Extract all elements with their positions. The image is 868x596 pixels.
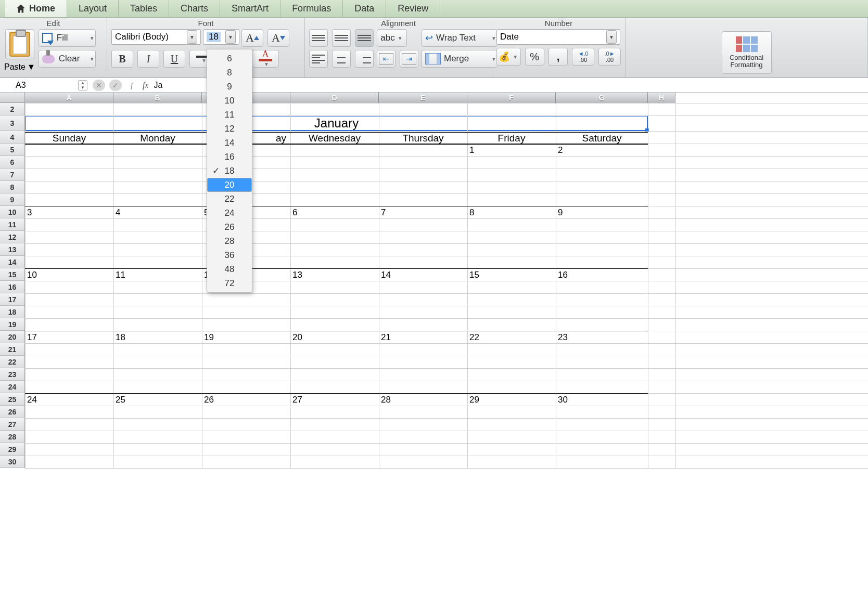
calendar-cell[interactable]: 9: [556, 206, 648, 268]
currency-button[interactable]: 💰▼: [496, 48, 521, 66]
row-header-12[interactable]: 12: [0, 231, 25, 243]
calendar-cell[interactable]: 13: [290, 268, 379, 331]
name-box[interactable]: A3: [0, 81, 78, 90]
comma-button[interactable]: ,: [548, 48, 568, 66]
calendar-cell[interactable]: 7: [379, 206, 467, 268]
row-header-18[interactable]: 18: [0, 306, 25, 318]
row-header-21[interactable]: 21: [0, 343, 25, 356]
wrap-text-button[interactable]: ↩ Wrap Text ▼: [422, 29, 497, 47]
row-header-24[interactable]: 24: [0, 381, 25, 393]
grow-font-button[interactable]: A: [241, 29, 263, 47]
align-left-button[interactable]: [309, 50, 328, 68]
chevron-down-icon[interactable]: ▼: [79, 85, 87, 90]
row-header-10[interactable]: 10: [0, 206, 25, 218]
font-color-button[interactable]: A ▼: [252, 50, 279, 68]
row-header-14[interactable]: 14: [0, 256, 25, 268]
font-size-option-20[interactable]: 20: [207, 178, 252, 192]
font-size-option-48[interactable]: 48: [207, 262, 252, 276]
calendar-cell[interactable]: 22: [467, 331, 556, 393]
row-header-16[interactable]: 16: [0, 281, 25, 293]
font-size-option-18[interactable]: 18: [207, 164, 252, 178]
font-size-option-6[interactable]: 6: [207, 51, 252, 66]
calendar-cell[interactable]: 4: [113, 206, 202, 268]
align-right-button[interactable]: [355, 50, 374, 68]
row-header-8[interactable]: 8: [0, 181, 25, 193]
calendar-cell[interactable]: [113, 144, 202, 206]
calendar-day-header[interactable]: Thursday: [379, 132, 467, 145]
align-bottom-button[interactable]: [355, 29, 374, 47]
cancel-formula-button[interactable]: ✕: [93, 80, 105, 91]
row-header-6[interactable]: 6: [0, 156, 25, 169]
row-header-29[interactable]: 29: [0, 443, 25, 456]
decrease-decimal-button[interactable]: .0►.00: [598, 48, 621, 66]
tab-home[interactable]: Home: [5, 0, 67, 17]
calendar-cell[interactable]: 25: [113, 393, 202, 456]
row-header-13[interactable]: 13: [0, 243, 25, 256]
font-size-option-36[interactable]: 36: [207, 248, 252, 262]
calendar-cell[interactable]: 19: [202, 331, 290, 393]
indent-decrease-button[interactable]: ⇤: [377, 50, 395, 68]
select-all-corner[interactable]: [0, 93, 25, 103]
chevron-down-icon[interactable]: ▼: [27, 62, 35, 72]
accept-formula-button[interactable]: ✓: [109, 80, 122, 91]
chevron-up-icon[interactable]: ▲: [79, 81, 87, 85]
font-size-option-12[interactable]: 12: [207, 122, 252, 136]
column-header-A[interactable]: A: [25, 93, 113, 103]
calendar-cell[interactable]: 21: [379, 331, 467, 393]
calendar-day-header[interactable]: Sunday: [25, 132, 113, 145]
calendar-day-header[interactable]: Monday: [113, 132, 202, 145]
spreadsheet-grid[interactable]: ABCDEFGH 2345678910111213141516171819202…: [0, 93, 868, 596]
calendar-cell[interactable]: 18: [113, 331, 202, 393]
font-size-option-16[interactable]: 16: [207, 150, 252, 164]
tab-data[interactable]: Data: [343, 0, 386, 17]
column-header-E[interactable]: E: [379, 93, 467, 103]
calendar-cell[interactable]: 16: [556, 268, 648, 331]
column-header-F[interactable]: F: [467, 93, 556, 103]
row-header-5[interactable]: 5: [0, 144, 25, 156]
paste-button[interactable]: [5, 29, 34, 59]
calendar-cell[interactable]: 10: [25, 268, 113, 331]
calendar-cell[interactable]: [379, 144, 467, 206]
percent-button[interactable]: %: [525, 48, 544, 66]
underline-button[interactable]: U: [163, 50, 185, 68]
align-top-button[interactable]: [309, 29, 328, 47]
align-center-button[interactable]: [332, 50, 351, 68]
row-header-26[interactable]: 26: [0, 406, 25, 418]
calendar-cell[interactable]: 14: [379, 268, 467, 331]
row-header-3[interactable]: 3: [0, 115, 25, 131]
calendar-cell[interactable]: 28: [379, 393, 467, 456]
font-size-option-22[interactable]: 22: [207, 192, 252, 206]
row-header-19[interactable]: 19: [0, 318, 25, 331]
calendar-day-header[interactable]: Friday: [467, 132, 556, 145]
name-box-stepper[interactable]: ▲▼: [78, 80, 87, 90]
column-header-D[interactable]: D: [290, 93, 379, 103]
calendar-cell[interactable]: 8: [467, 206, 556, 268]
calendar-cell[interactable]: 24: [25, 393, 113, 456]
tab-layout[interactable]: Layout: [67, 0, 119, 17]
tab-tables[interactable]: Tables: [119, 0, 169, 17]
calendar-day-header[interactable]: Wednesday: [290, 132, 379, 145]
calendar-cell[interactable]: 1: [467, 144, 556, 206]
row-header-22[interactable]: 22: [0, 356, 25, 368]
tab-review[interactable]: Review: [386, 0, 440, 17]
font-size-option-10[interactable]: 10: [207, 94, 252, 108]
calendar-month-title[interactable]: January: [25, 115, 648, 131]
calendar-cell[interactable]: 26: [202, 393, 290, 456]
column-header-H[interactable]: H: [648, 93, 675, 103]
row-header-4[interactable]: 4: [0, 131, 25, 144]
calendar-cell[interactable]: 27: [290, 393, 379, 456]
row-header-7[interactable]: 7: [0, 169, 25, 181]
row-header-11[interactable]: 11: [0, 218, 25, 231]
font-size-option-8[interactable]: 8: [207, 66, 252, 80]
tab-formulas[interactable]: Formulas: [280, 0, 343, 17]
font-size-option-11[interactable]: 11: [207, 108, 252, 122]
row-header-20[interactable]: 20: [0, 331, 25, 343]
align-middle-button[interactable]: [332, 29, 351, 47]
increase-decimal-button[interactable]: ◄.0.00: [572, 48, 594, 66]
calendar-cell[interactable]: [290, 144, 379, 206]
column-header-B[interactable]: B: [113, 93, 202, 103]
orientation-button[interactable]: abc▼: [377, 29, 407, 47]
calendar-cell[interactable]: [25, 144, 113, 206]
calendar-cell[interactable]: 3: [25, 206, 113, 268]
indent-increase-button[interactable]: ⇥: [400, 50, 418, 68]
